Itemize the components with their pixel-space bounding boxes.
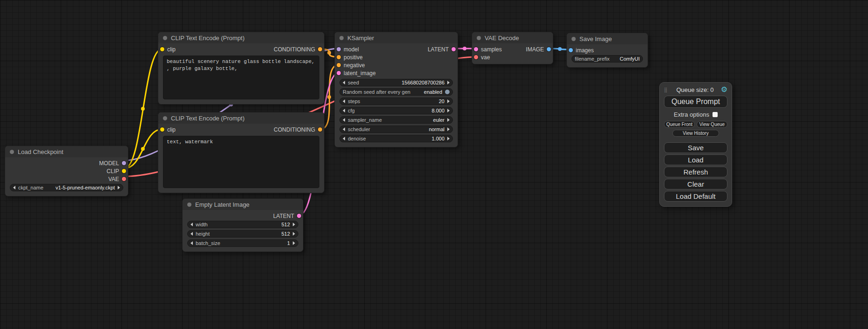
toggle-on-indicator-icon[interactable]: [445, 90, 450, 94]
node-clip-text-encode-negative[interactable]: CLIP Text Encode (Prompt) clip CONDITION…: [158, 112, 325, 193]
widget-batch-size[interactable]: batch_size 1: [187, 239, 298, 247]
node-title-bar[interactable]: Save Image: [567, 33, 648, 44]
input-port-vae-icon[interactable]: [474, 55, 478, 59]
widget-seed[interactable]: seed 156680208700286: [339, 79, 453, 86]
refresh-button[interactable]: Refresh: [664, 167, 727, 177]
input-slot-clip[interactable]: clip: [160, 126, 176, 133]
decrement-arrow-icon[interactable]: [343, 137, 345, 140]
decrement-arrow-icon[interactable]: [191, 241, 193, 245]
widget-filename-prefix[interactable]: filename_prefix ComfyUI: [572, 55, 643, 63]
collapse-dot-icon[interactable]: [187, 203, 191, 207]
node-save-image[interactable]: Save Image images filename_prefix ComfyU…: [566, 33, 648, 68]
output-slot-vae[interactable]: VAE: [108, 176, 126, 182]
view-history-button[interactable]: View History: [672, 130, 719, 137]
widget-height[interactable]: height 512: [187, 230, 298, 238]
node-ksampler[interactable]: KSampler model LATENT positive negative: [334, 32, 458, 147]
save-button[interactable]: Save: [664, 142, 727, 153]
increment-arrow-icon[interactable]: [447, 81, 450, 84]
input-port-image-icon[interactable]: [569, 48, 573, 52]
input-port-conditioning-icon[interactable]: [337, 63, 341, 67]
output-port-conditioning-icon[interactable]: [318, 127, 322, 132]
next-value-arrow-icon[interactable]: [447, 127, 450, 131]
node-title-bar[interactable]: CLIP Text Encode (Prompt): [158, 112, 324, 124]
increment-arrow-icon[interactable]: [293, 232, 295, 236]
queue-prompt-button[interactable]: Queue Prompt: [664, 96, 727, 108]
increment-arrow-icon[interactable]: [447, 137, 450, 140]
collapse-dot-icon[interactable]: [163, 36, 167, 40]
clear-button[interactable]: Clear: [664, 179, 727, 189]
input-port-conditioning-icon[interactable]: [337, 55, 341, 59]
node-empty-latent-image[interactable]: Empty Latent Image LATENT width 512 heig…: [182, 198, 303, 252]
input-slot-samples[interactable]: samples: [474, 46, 502, 53]
widget-width[interactable]: width 512: [187, 221, 298, 228]
collapse-dot-icon[interactable]: [10, 150, 14, 154]
increment-arrow-icon[interactable]: [447, 109, 450, 112]
output-port-conditioning-icon[interactable]: [318, 47, 322, 51]
decrement-arrow-icon[interactable]: [191, 223, 193, 226]
increment-arrow-icon[interactable]: [293, 241, 295, 245]
input-port-latent-icon[interactable]: [474, 47, 478, 51]
output-port-model-icon[interactable]: [122, 161, 126, 165]
queue-front-button[interactable]: Queue Front: [664, 121, 695, 128]
output-port-vae-icon[interactable]: [122, 177, 126, 181]
collapse-dot-icon[interactable]: [477, 36, 481, 40]
decrement-arrow-icon[interactable]: [343, 109, 345, 112]
node-title-bar[interactable]: VAE Decode: [472, 32, 553, 43]
prev-value-arrow-icon[interactable]: [343, 127, 345, 131]
increment-arrow-icon[interactable]: [447, 99, 450, 103]
widget-sampler-name[interactable]: sampler_name euler: [339, 116, 453, 124]
input-port-latent-icon[interactable]: [337, 71, 341, 75]
input-slot-clip[interactable]: clip: [160, 46, 176, 53]
node-clip-text-encode-positive[interactable]: CLIP Text Encode (Prompt) clip CONDITION…: [158, 32, 325, 105]
input-slot-latent-image[interactable]: latent_image: [337, 70, 376, 77]
view-queue-button[interactable]: View Queue: [697, 121, 727, 128]
increment-arrow-icon[interactable]: [293, 223, 295, 226]
input-slot-images[interactable]: images: [569, 47, 594, 54]
input-port-clip-icon[interactable]: [160, 47, 164, 51]
input-slot-positive[interactable]: positive: [337, 54, 363, 61]
widget-scheduler[interactable]: scheduler normal: [339, 126, 453, 133]
load-default-button[interactable]: Load Default: [664, 191, 727, 202]
output-port-latent-icon[interactable]: [297, 214, 301, 218]
collapse-dot-icon[interactable]: [572, 37, 576, 41]
input-slot-vae[interactable]: vae: [474, 54, 490, 61]
extra-options-checkbox[interactable]: [713, 112, 718, 117]
widget-steps[interactable]: steps 20: [339, 98, 453, 105]
next-value-arrow-icon[interactable]: [118, 186, 120, 189]
next-value-arrow-icon[interactable]: [447, 118, 450, 122]
node-title-bar[interactable]: CLIP Text Encode (Prompt): [158, 32, 324, 43]
output-slot-conditioning[interactable]: CONDITIONING: [274, 126, 322, 133]
widget-denoise[interactable]: denoise 1.000: [339, 135, 453, 142]
output-port-latent-icon[interactable]: [452, 47, 456, 51]
prompt-textarea[interactable]: text, watermark: [163, 136, 319, 188]
load-button[interactable]: Load: [664, 154, 727, 165]
input-port-clip-icon[interactable]: [160, 127, 164, 132]
input-slot-model[interactable]: model: [337, 46, 359, 53]
output-slot-model[interactable]: MODEL: [99, 160, 126, 167]
collapse-dot-icon[interactable]: [339, 36, 344, 40]
collapse-dot-icon[interactable]: [163, 116, 167, 120]
prev-value-arrow-icon[interactable]: [13, 186, 15, 189]
decrement-arrow-icon[interactable]: [191, 232, 193, 236]
input-port-model-icon[interactable]: [337, 47, 341, 51]
output-port-image-icon[interactable]: [547, 47, 551, 51]
prev-value-arrow-icon[interactable]: [343, 118, 345, 122]
output-slot-image[interactable]: IMAGE: [526, 46, 551, 53]
output-slot-latent[interactable]: LATENT: [273, 213, 301, 219]
input-slot-negative[interactable]: negative: [337, 62, 365, 69]
prompt-textarea[interactable]: beautiful scenery nature glass bottle la…: [163, 56, 319, 99]
node-title-bar[interactable]: Empty Latent Image: [183, 199, 303, 210]
node-load-checkpoint[interactable]: Load Checkpoint MODEL CLIP VAE ckpt_name: [5, 146, 128, 196]
node-vae-decode[interactable]: VAE Decode samples IMAGE vae: [472, 32, 553, 64]
node-title-bar[interactable]: KSampler: [335, 32, 458, 43]
output-slot-latent[interactable]: LATENT: [428, 46, 456, 53]
decrement-arrow-icon[interactable]: [343, 99, 345, 103]
decrement-arrow-icon[interactable]: [343, 81, 345, 84]
settings-gear-icon[interactable]: ⚙: [721, 86, 727, 93]
drag-handle-icon[interactable]: ⣿: [664, 87, 667, 92]
widget-random-seed-toggle[interactable]: Random seed after every gen enabled: [339, 88, 453, 96]
output-slot-clip[interactable]: CLIP: [106, 168, 126, 175]
node-title-bar[interactable]: Load Checkpoint: [5, 146, 128, 157]
widget-cfg[interactable]: cfg 8.000: [339, 107, 453, 114]
output-slot-conditioning[interactable]: CONDITIONING: [274, 46, 322, 53]
